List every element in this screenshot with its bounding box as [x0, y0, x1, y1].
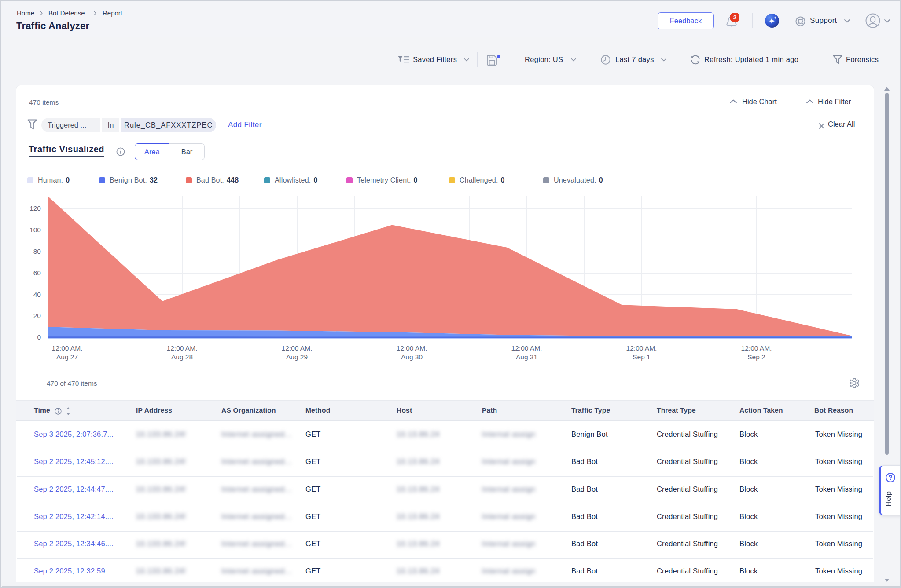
- svg-text:20: 20: [33, 312, 41, 319]
- svg-text:Sep 1: Sep 1: [633, 353, 651, 361]
- svg-text:Aug 27: Aug 27: [56, 353, 78, 361]
- svg-text:80: 80: [33, 248, 41, 255]
- svg-text:12:00 AM,: 12:00 AM,: [741, 344, 772, 352]
- svg-text:12:00 AM,: 12:00 AM,: [511, 344, 542, 352]
- svg-text:40: 40: [33, 291, 41, 298]
- svg-text:12:00 AM,: 12:00 AM,: [282, 344, 313, 352]
- svg-text:12:00 AM,: 12:00 AM,: [397, 344, 427, 352]
- svg-text:Aug 31: Aug 31: [516, 353, 537, 361]
- svg-text:2: 2: [733, 14, 737, 21]
- svg-text:12:00 AM,: 12:00 AM,: [52, 344, 83, 352]
- svg-text:120: 120: [29, 205, 41, 212]
- svg-text:Sep 2: Sep 2: [747, 353, 765, 361]
- svg-text:12:00 AM,: 12:00 AM,: [167, 344, 198, 352]
- svg-text:100: 100: [29, 226, 41, 234]
- svg-text:Aug 30: Aug 30: [401, 353, 423, 361]
- svg-text:0: 0: [37, 333, 41, 341]
- svg-text:12:00 AM,: 12:00 AM,: [626, 344, 657, 352]
- svg-text:60: 60: [33, 269, 41, 277]
- svg-text:Aug 29: Aug 29: [286, 353, 308, 361]
- svg-text:Aug 28: Aug 28: [171, 353, 193, 361]
